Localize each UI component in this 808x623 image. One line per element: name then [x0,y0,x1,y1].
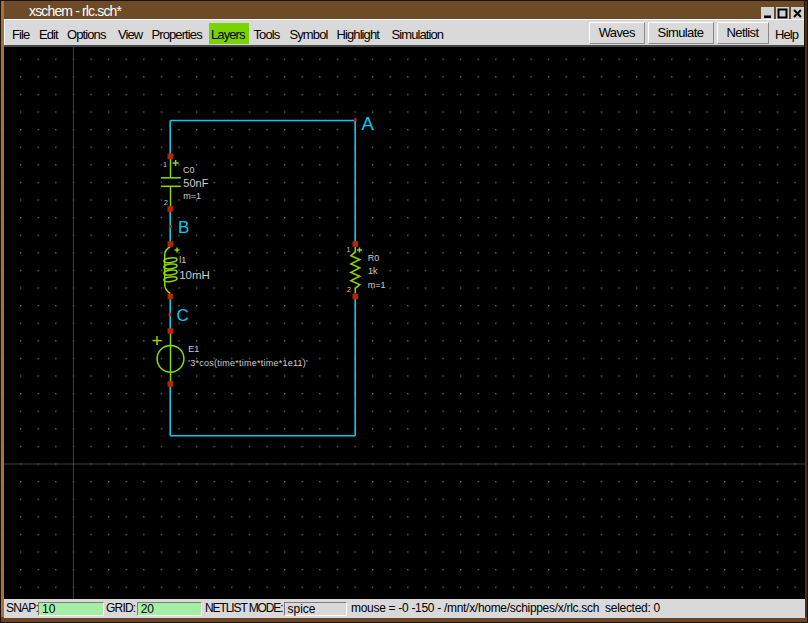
svg-text:l1: l1 [179,255,186,265]
svg-text:m=1: m=1 [183,191,201,201]
svg-text:50nF: 50nF [183,177,208,189]
svg-text:2: 2 [164,199,168,206]
svg-text:'3*cos(time*time*time*1e11)': '3*cos(time*time*time*1e11)' [188,358,308,368]
svg-text:1: 1 [347,246,351,253]
svg-text:10mH: 10mH [179,269,210,281]
svg-text:C0: C0 [183,165,195,175]
svg-text:1: 1 [163,161,167,168]
svg-text:R0: R0 [368,253,380,263]
svg-text:m=1: m=1 [368,280,386,290]
svg-text:C: C [176,306,188,325]
svg-text:B: B [178,218,189,237]
svg-text:A: A [362,113,375,134]
svg-text:E1: E1 [188,344,199,354]
svg-text:2: 2 [347,286,351,293]
svg-text:1k: 1k [368,266,378,276]
